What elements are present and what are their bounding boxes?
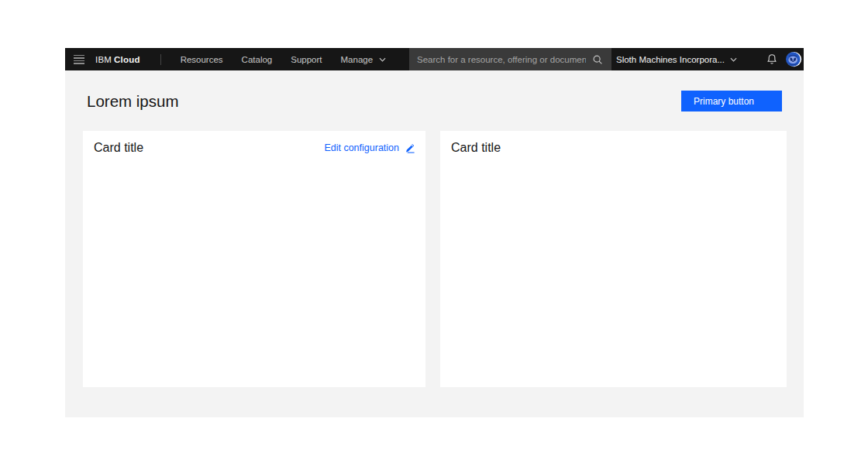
edit-configuration-link[interactable]: Edit configuration [324,142,415,153]
search-input[interactable] [409,48,592,70]
top-header: IBMCloud Resources Catalog Support Manag… [65,48,804,70]
page-title: Lorem ipsum [87,92,179,111]
card-title: Card title [451,141,501,155]
card-right: Card title [440,131,787,387]
chevron-down-icon [730,57,737,62]
nav-item-resources[interactable]: Resources [181,55,223,64]
header-right-cluster: Sloth Machines Incorpora... [616,48,802,70]
nav-item-manage-label: Manage [341,55,374,64]
nav-item-manage[interactable]: Manage [341,55,387,64]
header-divider [160,54,161,65]
header-nav: Resources Catalog Support Manage [181,55,386,64]
nav-item-catalog[interactable]: Catalog [242,55,273,64]
bell-icon[interactable] [766,53,777,65]
card-left: Card title Edit configuration [83,131,425,387]
header-search [409,48,611,70]
card-left-header: Card title Edit configuration [94,141,415,155]
card-title: Card title [94,141,143,155]
card-right-header: Card title [451,141,776,155]
brand-prefix: IBM [95,55,112,64]
avatar[interactable] [786,51,802,67]
app-window: IBMCloud Resources Catalog Support Manag… [65,48,804,417]
primary-button[interactable]: Primary button [681,91,782,111]
account-menu[interactable]: Sloth Machines Incorpora... [616,55,737,64]
nav-item-support[interactable]: Support [291,55,322,64]
account-name: Sloth Machines Incorpora... [616,55,725,64]
edit-pencil-icon [405,143,415,153]
chevron-down-icon [379,57,386,62]
brand-suffix: Cloud [114,55,140,64]
edit-configuration-label: Edit configuration [324,142,399,153]
search-icon[interactable] [592,54,603,65]
brand-logo[interactable]: IBMCloud [95,55,140,64]
hamburger-icon[interactable] [74,55,84,64]
